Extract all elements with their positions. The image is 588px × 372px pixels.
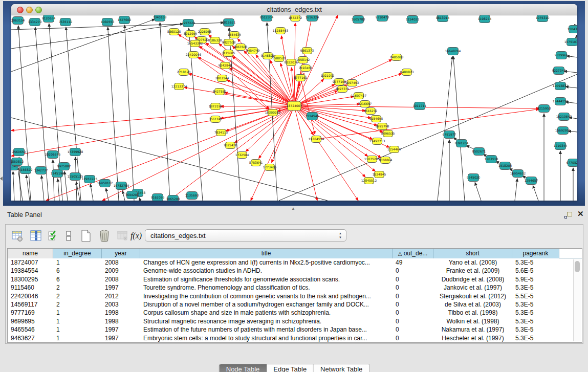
citation-edge[interactable] xyxy=(58,179,59,201)
graph-node-teal[interactable]: 1198274 xyxy=(478,15,492,23)
tab-edge-table[interactable]: Edge Table xyxy=(267,364,314,372)
graph-node-teal[interactable]: 12444158 xyxy=(553,98,569,105)
graph-node-teal[interactable]: 12093832 xyxy=(553,82,569,90)
graph-node-teal[interactable]: 15751074 xyxy=(564,38,577,46)
table-row[interactable]: 977716911998Corpus callosum shape and si… xyxy=(8,309,582,317)
graph-node-teal[interactable]: 1342737 xyxy=(34,167,48,174)
graph-node-teal[interactable]: 8502671 xyxy=(472,148,486,156)
graph-node-yellow[interactable]: 1616272 xyxy=(364,108,378,115)
graph-node-teal[interactable]: 1156829 xyxy=(19,166,33,174)
network-table-select[interactable]: citations_edges.txt ▲▼ xyxy=(145,229,346,242)
graph-node-yellow[interactable]: 3175685 xyxy=(222,50,235,57)
graph-node-teal[interactable]: 1334270 xyxy=(28,18,42,26)
graph-node-yellow[interactable]: 8777161 xyxy=(294,75,308,81)
citation-edge[interactable] xyxy=(533,185,538,201)
select-columns-icon[interactable] xyxy=(28,228,43,244)
graph-node-yellow[interactable]: 11607427 xyxy=(351,93,367,99)
graph-node-teal[interactable]: 1514545 xyxy=(306,113,319,120)
graph-node-yellow[interactable]: 9777169 xyxy=(333,79,346,85)
graph-node-yellow[interactable]: 3216657 xyxy=(358,101,372,107)
citation-edge[interactable] xyxy=(35,27,49,201)
graph-node-yellow[interactable]: 1273465 xyxy=(263,164,277,171)
graph-node-yellow[interactable]: 11255493 xyxy=(273,28,289,34)
graph-node-teal[interactable]: 8512304 xyxy=(260,15,274,21)
graph-node-yellow[interactable]: 9242848 xyxy=(219,62,232,69)
tab-node-table[interactable]: Node Table xyxy=(220,364,267,372)
graph-node-yellow[interactable]: 16543382 xyxy=(187,40,203,47)
graph-node-yellow[interactable]: 1058864 xyxy=(379,157,393,164)
citation-edge[interactable] xyxy=(125,25,134,201)
graph-node-teal[interactable]: 9120634 xyxy=(42,15,56,23)
graph-node-teal[interactable]: 17359928 xyxy=(68,148,83,156)
graph-node-teal[interactable]: 1850812 xyxy=(11,158,24,166)
graph-node-teal[interactable]: 1815621 xyxy=(222,19,236,27)
graph-node-yellow[interactable]: 1097493 xyxy=(345,80,359,86)
graph-node-yellow[interactable]: 8186328 xyxy=(208,37,222,44)
table-header-row[interactable]: namein_degreeyeartitle△ out_de...shortpa… xyxy=(8,249,582,258)
close-panel-icon[interactable]: ✕ xyxy=(577,209,584,218)
graph-node-teal[interactable]: 9329966 xyxy=(555,52,569,59)
citation-edge[interactable] xyxy=(108,27,119,201)
graph-node-teal[interactable]: 1203518 xyxy=(485,156,498,163)
citation-edge[interactable] xyxy=(53,160,54,201)
citation-edge-red[interactable] xyxy=(198,57,294,106)
graph-node-teal[interactable]: 2560650 xyxy=(12,148,26,156)
column-header-year[interactable]: year xyxy=(102,249,140,258)
graph-node-teal[interactable]: 1294657 xyxy=(525,177,538,185)
graph-node-teal[interactable]: 16648784 xyxy=(445,48,461,55)
graph-node-yellow[interactable]: 1732584 xyxy=(235,152,249,159)
graph-node-teal[interactable]: 1210344 xyxy=(554,142,568,150)
table-row[interactable]: 1456911722003Disruption of a novel membe… xyxy=(8,300,582,309)
table-row[interactable]: 911546021997Tourette syndrome. Phenomeno… xyxy=(8,283,582,292)
citation-edge[interactable] xyxy=(122,191,125,201)
graph-node-yellow[interactable]: 2867608 xyxy=(234,44,248,51)
graph-node-teal[interactable]: 7340168 xyxy=(153,15,167,21)
graph-node-teal[interactable]: 20206576 xyxy=(45,151,61,159)
network-window-titlebar[interactable]: citations_edges.txt xyxy=(11,4,577,15)
citation-edge[interactable] xyxy=(139,198,140,201)
graph-node-yellow[interactable]: 7485083 xyxy=(390,54,404,61)
citation-edge[interactable] xyxy=(11,24,183,49)
graph-node-teal[interactable]: 1154021 xyxy=(406,16,420,24)
citation-edge[interactable] xyxy=(564,71,577,73)
graph-node-yellow[interactable]: 1154469 xyxy=(387,146,401,153)
column-header-title[interactable]: title xyxy=(140,249,393,258)
graph-node-teal[interactable]: 16210643 xyxy=(556,113,572,121)
graph-node-teal[interactable]: 6791977 xyxy=(443,131,456,139)
graph-node-yellow[interactable]: 9154695 xyxy=(369,116,383,122)
graph-node-teal[interactable]: 1145194 xyxy=(51,170,64,178)
graph-node-yellow[interactable]: 8995798 xyxy=(376,123,389,130)
graph-node-teal[interactable]: 9245020 xyxy=(467,174,481,182)
graph-node-teal[interactable]: 8813014 xyxy=(436,15,450,22)
citation-edge[interactable] xyxy=(453,56,465,201)
row-height-icon[interactable] xyxy=(61,228,76,244)
graph-node-teal[interactable]: 1135693 xyxy=(185,192,199,200)
table-settings-icon[interactable] xyxy=(10,228,25,244)
graph-node-yellow[interactable]: 1572372 xyxy=(289,15,302,21)
table-row[interactable]: 969969511998Structural magnetic resonanc… xyxy=(8,317,582,325)
graph-node-yellow[interactable]: 1921072 xyxy=(321,73,335,79)
graph-node-teal[interactable]: 16954652 xyxy=(510,170,526,178)
graph-node-yellow[interactable]: 1588520 xyxy=(272,55,286,62)
graph-node-teal[interactable]: 1504327 xyxy=(568,26,577,33)
graph-node-yellow[interactable]: 7625420 xyxy=(224,142,237,149)
column-header-out_de[interactable]: △ out_de... xyxy=(393,249,433,258)
graph-node-yellow[interactable]: 1554634 xyxy=(228,32,242,38)
graph-node-teal[interactable]: 9210473 xyxy=(376,15,389,21)
graph-node-yellow[interactable]: 8454749 xyxy=(246,48,260,54)
graph-node-yellow[interactable]: 15492713 xyxy=(369,138,385,145)
tab-network-table[interactable]: Network Table xyxy=(314,364,369,372)
graph-node-teal[interactable]: 1065208 xyxy=(166,195,180,201)
graph-node-yellow[interactable]: 19384554 xyxy=(309,136,324,143)
graph-node-yellow[interactable]: 7193457 xyxy=(299,65,313,72)
graph-node-teal[interactable]: 15692951 xyxy=(555,127,571,135)
citation-edge-red[interactable] xyxy=(292,68,294,106)
delete-icon[interactable] xyxy=(97,228,112,244)
graph-node-yellow[interactable]: 12845512 xyxy=(361,178,377,184)
graph-node-yellow[interactable]: 8912954 xyxy=(184,31,198,37)
graph-node-yellow[interactable]: 9861373 xyxy=(300,48,314,54)
graph-node-teal[interactable]: 1011711 xyxy=(413,102,427,110)
graph-node-yellow[interactable]: 12213374 xyxy=(171,83,187,90)
vertical-scrollbar[interactable] xyxy=(573,259,581,341)
graph-node-teal[interactable]: 2063154 xyxy=(11,17,25,25)
